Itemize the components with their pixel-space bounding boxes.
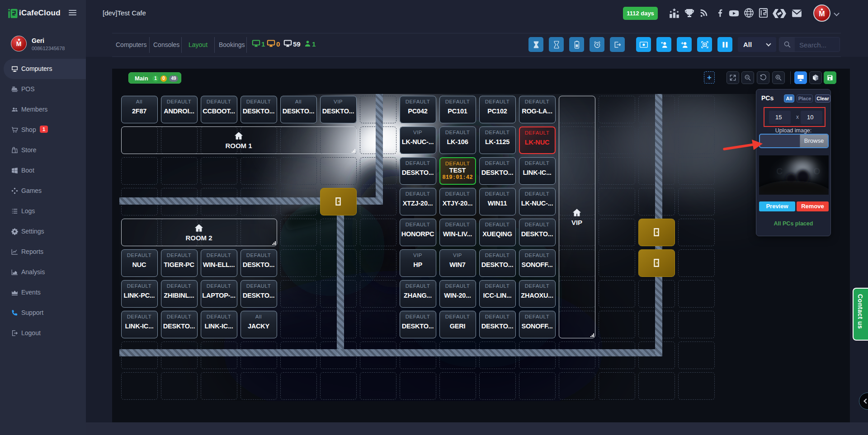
svg-text:C: C: [776, 166, 783, 176]
svg-text:O: O: [813, 166, 821, 176]
